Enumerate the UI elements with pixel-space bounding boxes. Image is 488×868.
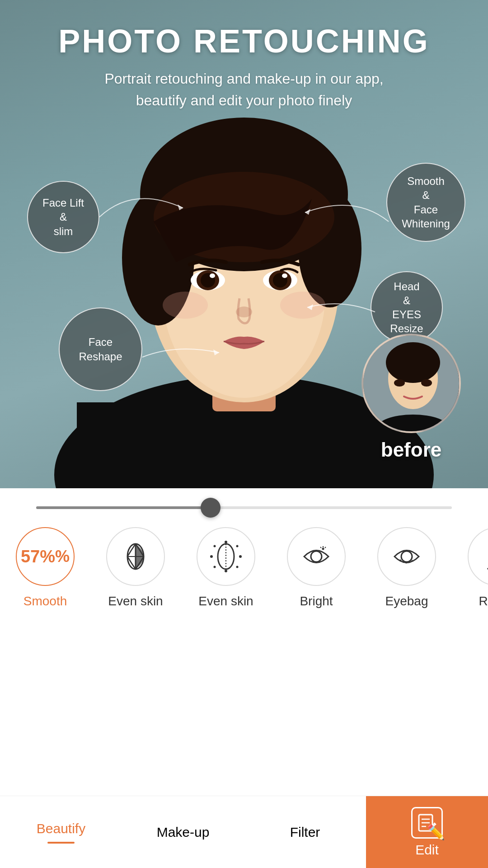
before-image-circle: [361, 334, 461, 433]
svg-rect-1: [77, 402, 411, 488]
slider-thumb[interactable]: [201, 498, 221, 518]
tool-eyebag[interactable]: Eyebag: [361, 527, 452, 609]
even-skin-2-icon: [210, 541, 242, 572]
tool-rhinoplasty[interactable]: Rhin...: [452, 527, 488, 609]
slider-section: [0, 488, 488, 518]
tool-even-skin-1-circle: [106, 527, 165, 586]
svg-point-19: [280, 292, 325, 319]
tool-rhinoplasty-circle: [468, 527, 488, 586]
nav-makeup-label: Make-up: [157, 825, 210, 840]
bubble-face-lift-text: Face Lift&slim: [37, 190, 89, 244]
bubble-smooth-text: Smooth&FaceWhitening: [396, 169, 455, 236]
bubble-smooth-whitening: Smooth&FaceWhitening: [386, 163, 465, 242]
tool-smooth[interactable]: 57% % Smooth: [0, 527, 90, 609]
page-title: PHOTO RETOUCHING: [0, 23, 488, 60]
bubble-eyes-resize: Head&EYES Resize: [371, 271, 443, 344]
tool-bright-circle: [287, 527, 346, 586]
nav-filter-label: Filter: [290, 825, 320, 840]
photo-section: PHOTO RETOUCHING Portrait retouching and…: [0, 0, 488, 488]
edit-svg-icon: [417, 813, 437, 833]
bright-icon: [300, 541, 332, 572]
svg-line-50: [429, 827, 430, 830]
before-label: before: [361, 439, 461, 461]
tool-smooth-value: 57%: [21, 547, 55, 566]
svg-point-27: [394, 379, 405, 387]
bottom-nav: Beautify Make-up Filter Edit: [0, 796, 488, 868]
tool-even-skin-2-circle: [197, 527, 255, 586]
bubble-face-reshape-text: FaceReshape: [73, 330, 127, 368]
before-thumbnail: before: [361, 334, 461, 461]
tool-even-skin-2-label: Even skin: [198, 594, 253, 609]
svg-point-35: [239, 555, 242, 558]
bubble-face-lift: Face Lift&slim: [27, 181, 99, 253]
svg-point-18: [163, 292, 208, 319]
tool-even-skin-1-label: Even skin: [108, 594, 163, 609]
svg-line-43: [320, 547, 321, 548]
nav-edit-label: Edit: [415, 842, 439, 858]
svg-point-40: [311, 551, 322, 562]
tool-eyebag-label: Eyebag: [385, 594, 428, 609]
nav-makeup[interactable]: Make-up: [122, 796, 244, 868]
svg-point-33: [225, 570, 227, 572]
rhinoplasty-icon: [481, 541, 488, 572]
nav-beautify-label: Beautify: [37, 821, 85, 836]
svg-point-36: [214, 545, 216, 547]
nav-beautify-bar: [47, 842, 75, 844]
svg-point-39: [236, 566, 239, 568]
tool-eyebag-circle: [377, 527, 436, 586]
svg-point-38: [214, 566, 216, 568]
slider-track[interactable]: [36, 506, 452, 509]
svg-point-12: [210, 274, 215, 278]
tool-even-skin-1[interactable]: Even skin: [90, 527, 181, 609]
tool-rhinoplasty-label: Rhin...: [479, 594, 488, 609]
svg-point-26: [386, 342, 440, 383]
svg-point-45: [401, 551, 412, 562]
slider-fill: [36, 506, 211, 509]
tool-bright[interactable]: Bright: [271, 527, 361, 609]
tool-smooth-label: Smooth: [23, 594, 67, 609]
bubble-face-reshape: FaceReshape: [59, 307, 142, 391]
bubble-eyes-text: Head&EYES Resize: [371, 274, 442, 341]
svg-point-41: [322, 548, 324, 550]
svg-point-34: [210, 555, 213, 558]
tool-even-skin-2[interactable]: Even skin: [181, 527, 271, 609]
svg-point-28: [421, 379, 432, 387]
nav-beautify[interactable]: Beautify: [0, 796, 122, 868]
tool-bright-label: Bright: [300, 594, 333, 609]
svg-point-37: [236, 545, 239, 547]
edit-icon: [411, 807, 443, 839]
svg-point-16: [282, 274, 287, 278]
svg-line-44: [325, 547, 326, 548]
nav-filter[interactable]: Filter: [244, 796, 366, 868]
eyebag-icon: [391, 541, 422, 572]
svg-line-51: [434, 823, 436, 825]
tool-smooth-circle: 57% %: [16, 527, 75, 586]
tools-section: 57% % Smooth Even skin: [0, 518, 488, 618]
svg-point-32: [225, 541, 227, 543]
even-skin-1-icon: [120, 541, 151, 572]
nav-edit[interactable]: Edit: [366, 796, 488, 868]
